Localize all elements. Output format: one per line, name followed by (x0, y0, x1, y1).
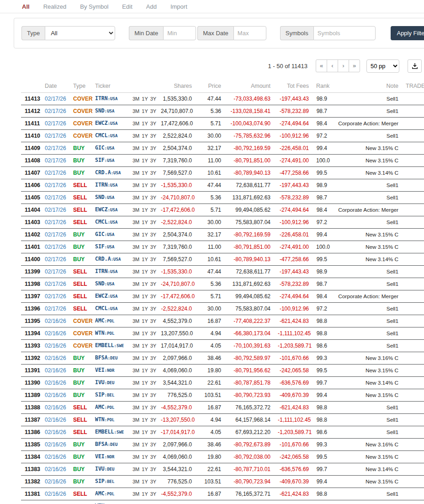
period-link-1y[interactable]: 1Y (142, 380, 148, 386)
last-page-button[interactable]: » (349, 59, 360, 72)
period-link-1y[interactable]: 1Y (142, 429, 148, 435)
period-link-1y[interactable]: 1Y (142, 294, 148, 299)
tab-edit[interactable]: Edit (122, 3, 132, 10)
date-link[interactable]: 02/17/26 (41, 130, 69, 142)
date-link[interactable]: 02/17/26 (41, 266, 69, 278)
ticker-link[interactable]: AMC:POL (91, 488, 129, 500)
period-link-3m[interactable]: 3M (132, 294, 139, 299)
date-link[interactable]: 02/16/26 (41, 352, 69, 365)
period-link-1y[interactable]: 1Y (142, 220, 148, 225)
period-link-3m[interactable]: 3M (132, 158, 139, 163)
prev-page-button[interactable]: ‹ (327, 59, 338, 72)
symbols-input[interactable] (313, 26, 376, 40)
tab-all[interactable]: All (22, 3, 30, 10)
period-link-3y[interactable]: 3Y (150, 207, 156, 213)
period-link-3m[interactable]: 3M (132, 195, 139, 200)
ticker-link[interactable]: ITRN:USA (91, 179, 129, 192)
col-header-note[interactable]: Note (331, 80, 402, 93)
period-link-3m[interactable]: 3M (132, 232, 139, 237)
next-page-button[interactable]: › (338, 59, 349, 72)
date-link[interactable]: 02/17/26 (41, 303, 69, 315)
date-link[interactable]: 02/16/26 (41, 488, 69, 500)
period-link-1y[interactable]: 1Y (142, 121, 148, 126)
date-link[interactable]: 02/17/26 (41, 241, 69, 253)
period-link-3y[interactable]: 3Y (150, 108, 156, 114)
date-link[interactable]: 02/16/26 (41, 414, 69, 426)
period-link-1y[interactable]: 1Y (142, 158, 148, 163)
date-link[interactable]: 02/16/26 (41, 451, 69, 463)
date-link[interactable]: 02/16/26 (41, 463, 69, 476)
period-link-3y[interactable]: 3Y (150, 442, 156, 447)
period-link-3y[interactable]: 3Y (150, 145, 156, 151)
col-header-tot-fees[interactable]: Tot Fees (274, 80, 313, 93)
period-link-3y[interactable]: 3Y (150, 491, 156, 497)
ticker-link[interactable]: ITRN:USA (91, 93, 129, 105)
date-link[interactable]: 02/16/26 (41, 327, 69, 340)
ticker-link[interactable]: SND:USA (91, 278, 129, 290)
ticker-link[interactable]: WTN:POL (91, 327, 129, 340)
date-link[interactable]: 02/16/26 (41, 389, 69, 402)
period-link-3y[interactable]: 3Y (150, 158, 156, 163)
period-link-3m[interactable]: 3M (132, 145, 139, 151)
date-link[interactable]: 02/17/26 (41, 204, 69, 216)
period-link-3y[interactable]: 3Y (150, 392, 156, 398)
col-header-shares[interactable]: Shares (157, 80, 196, 93)
period-link-3m[interactable]: 3M (132, 108, 139, 114)
col-header-rank[interactable]: Rank (313, 80, 331, 93)
tab-realized[interactable]: Realized (43, 3, 67, 10)
date-link[interactable]: 02/16/26 (41, 402, 69, 414)
period-link-3y[interactable]: 3Y (150, 454, 156, 460)
period-link-3y[interactable]: 3Y (150, 429, 156, 435)
period-link-3m[interactable]: 3M (132, 331, 139, 336)
period-link-1y[interactable]: 1Y (142, 306, 148, 311)
ticker-link[interactable]: WTN:POL (91, 500, 129, 504)
date-link[interactable]: 02/16/26 (41, 439, 69, 451)
period-link-1y[interactable]: 1Y (142, 405, 148, 410)
period-link-3m[interactable]: 3M (132, 442, 139, 447)
period-link-3y[interactable]: 3Y (150, 331, 156, 336)
period-link-3m[interactable]: 3M (132, 429, 139, 435)
date-link[interactable]: 02/16/26 (41, 476, 69, 488)
ticker-link[interactable]: VEI:NOR (91, 451, 129, 463)
period-link-3m[interactable]: 3M (132, 491, 139, 497)
date-link[interactable]: 02/17/26 (41, 93, 69, 105)
period-link-3m[interactable]: 3M (132, 417, 139, 423)
period-link-3m[interactable]: 3M (132, 479, 139, 484)
period-link-1y[interactable]: 1Y (142, 392, 148, 398)
date-link[interactable]: 02/16/26 (41, 315, 69, 327)
ticker-link[interactable]: VEI:NOR (91, 365, 129, 377)
col-header-price[interactable]: Price (196, 80, 225, 93)
period-link-1y[interactable]: 1Y (142, 479, 148, 484)
period-link-3y[interactable]: 3Y (150, 466, 156, 472)
period-link-3y[interactable]: 3Y (150, 182, 156, 188)
period-link-3m[interactable]: 3M (132, 318, 139, 324)
period-link-1y[interactable]: 1Y (142, 466, 148, 472)
date-link[interactable]: 02/17/26 (41, 229, 69, 241)
date-link[interactable]: 02/17/26 (41, 278, 69, 290)
period-link-3y[interactable]: 3Y (150, 355, 156, 361)
page-size-select[interactable]: 50 pp (366, 59, 399, 73)
period-link-1y[interactable]: 1Y (142, 195, 148, 200)
period-link-3y[interactable]: 3Y (150, 170, 156, 176)
period-link-1y[interactable]: 1Y (142, 368, 148, 373)
period-link-1y[interactable]: 1Y (142, 269, 148, 274)
date-link[interactable]: 02/17/26 (41, 192, 69, 204)
first-page-button[interactable]: « (316, 59, 327, 72)
ticker-link[interactable]: WTN:POL (91, 414, 129, 426)
ticker-link[interactable]: CMCL:USA (91, 130, 129, 142)
period-link-3y[interactable]: 3Y (150, 368, 156, 373)
period-link-1y[interactable]: 1Y (142, 417, 148, 423)
min-date-input[interactable] (163, 26, 196, 40)
tab-by-symbol[interactable]: By Symbol (80, 3, 108, 10)
ticker-link[interactable]: EMBELL:SWE (91, 340, 129, 352)
period-link-3y[interactable]: 3Y (150, 281, 156, 287)
ticker-link[interactable]: AMC:POL (91, 402, 129, 414)
date-link[interactable]: 02/16/26 (41, 377, 69, 389)
ticker-link[interactable]: GIC:USA (91, 229, 129, 241)
period-link-3y[interactable]: 3Y (150, 96, 156, 102)
apply-filters-button[interactable]: Apply Filters (391, 26, 424, 40)
period-link-3m[interactable]: 3M (132, 182, 139, 188)
date-link[interactable]: 02/17/26 (41, 290, 69, 303)
ticker-link[interactable]: CMCL:USA (91, 303, 129, 315)
period-link-3m[interactable]: 3M (132, 220, 139, 225)
